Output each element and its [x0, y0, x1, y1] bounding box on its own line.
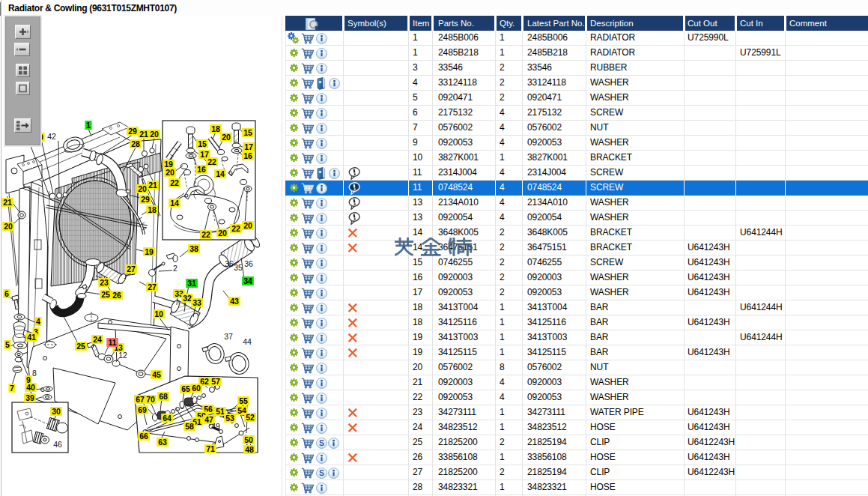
svg-text:55: 55 [239, 396, 248, 405]
svg-text:15: 15 [243, 128, 252, 137]
svg-text:53: 53 [225, 414, 234, 423]
svg-text:17: 17 [244, 142, 253, 151]
svg-text:26: 26 [112, 291, 121, 300]
svg-text:4: 4 [36, 317, 40, 326]
svg-text:21: 21 [3, 198, 12, 207]
svg-text:23: 23 [100, 278, 109, 287]
svg-text:60: 60 [192, 384, 201, 393]
svg-text:36: 36 [244, 259, 253, 268]
svg-text:58: 58 [185, 422, 194, 431]
svg-text:20: 20 [243, 221, 252, 230]
svg-text:43: 43 [230, 297, 239, 306]
svg-text:22: 22 [201, 230, 210, 239]
svg-text:16: 16 [243, 151, 252, 160]
svg-text:21: 21 [148, 181, 157, 190]
svg-text:35: 35 [234, 263, 243, 272]
svg-text:14: 14 [170, 199, 179, 208]
svg-text:37: 37 [224, 332, 233, 341]
svg-text:18: 18 [211, 124, 220, 133]
svg-text:25: 25 [101, 290, 110, 299]
svg-text:64: 64 [163, 414, 172, 423]
svg-text:63: 63 [158, 438, 167, 447]
svg-text:49: 49 [211, 422, 220, 431]
svg-text:70: 70 [146, 395, 155, 404]
svg-text:11: 11 [108, 338, 116, 347]
svg-text:14: 14 [216, 169, 225, 178]
svg-text:19: 19 [145, 247, 154, 256]
svg-text:20: 20 [4, 222, 13, 231]
svg-text:69: 69 [138, 405, 147, 414]
svg-text:51: 51 [216, 407, 225, 416]
svg-text:12: 12 [118, 351, 127, 360]
svg-text:52: 52 [246, 413, 255, 422]
svg-text:25: 25 [76, 342, 85, 351]
svg-text:30: 30 [52, 407, 61, 416]
svg-text:45: 45 [152, 370, 161, 379]
svg-text:57: 57 [211, 377, 220, 386]
svg-text:7: 7 [10, 384, 14, 393]
svg-text:39: 39 [25, 393, 34, 402]
svg-text:15: 15 [198, 139, 207, 148]
svg-text:24: 24 [93, 335, 102, 344]
svg-text:46: 46 [53, 440, 62, 449]
svg-text:68: 68 [159, 392, 168, 401]
svg-text:16: 16 [197, 165, 206, 174]
svg-text:10: 10 [154, 309, 163, 318]
svg-text:34: 34 [243, 276, 252, 285]
svg-text:21: 21 [139, 130, 148, 139]
svg-text:42: 42 [47, 132, 56, 141]
svg-text:27: 27 [148, 282, 157, 291]
svg-text:2: 2 [173, 264, 177, 273]
svg-text:67: 67 [136, 395, 145, 404]
svg-text:41: 41 [27, 333, 36, 342]
svg-text:20: 20 [222, 133, 231, 142]
svg-text:6: 6 [4, 289, 9, 298]
svg-text:32: 32 [183, 294, 192, 303]
svg-text:27: 27 [127, 264, 136, 273]
svg-text:20: 20 [166, 168, 174, 177]
svg-text:65: 65 [181, 384, 190, 393]
svg-text:44: 44 [243, 337, 252, 346]
svg-text:22: 22 [170, 178, 179, 187]
svg-text:20: 20 [138, 184, 147, 193]
svg-text:20: 20 [150, 130, 159, 139]
svg-text:S: S [319, 438, 324, 447]
svg-text:40: 40 [26, 383, 35, 392]
svg-text:28: 28 [131, 139, 140, 148]
svg-text:22: 22 [231, 224, 240, 233]
svg-text:S: S [319, 468, 324, 477]
svg-text:5: 5 [5, 340, 10, 349]
svg-text:33: 33 [192, 298, 201, 307]
svg-text:18: 18 [148, 205, 157, 214]
svg-text:36: 36 [225, 259, 234, 268]
svg-text:29: 29 [141, 195, 150, 204]
svg-text:50: 50 [244, 435, 253, 444]
svg-text:29: 29 [128, 127, 137, 136]
svg-text:22: 22 [207, 157, 216, 166]
svg-text:8: 8 [32, 369, 37, 378]
svg-text:48: 48 [245, 445, 254, 454]
svg-text:20: 20 [218, 229, 227, 238]
svg-text:31: 31 [187, 279, 196, 288]
svg-text:66: 66 [139, 432, 148, 441]
svg-text:71: 71 [206, 444, 215, 453]
svg-text:38: 38 [189, 244, 198, 253]
svg-text:1: 1 [86, 121, 91, 130]
